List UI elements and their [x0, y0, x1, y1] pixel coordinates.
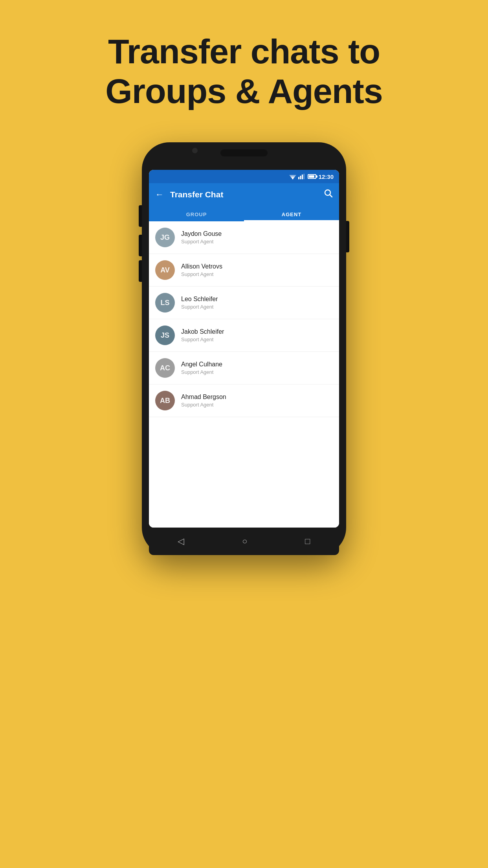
agent-avatar-5: AC	[155, 358, 175, 378]
phone-screen: 12:30 ← Transfer Chat GROUP AGENT	[149, 170, 339, 528]
svg-rect-6	[302, 175, 303, 179]
agent-name-6: Ahmad Bergson	[181, 394, 333, 401]
agent-item-5[interactable]: AC Angel Culhane Support Agent	[149, 352, 339, 384]
agent-info-2: Allison Vetrovs Support Agent	[181, 263, 333, 277]
avatar-initials-6: AB	[155, 391, 175, 410]
page-headline: Transfer chats to Groups & Agents	[74, 31, 414, 111]
phone-mockup: 12:30 ← Transfer Chat GROUP AGENT	[142, 142, 346, 555]
wifi-icon	[289, 174, 296, 179]
agent-avatar-2: AV	[155, 260, 175, 280]
signal-icon	[298, 174, 305, 179]
agent-info-3: Leo Schleifer Support Agent	[181, 296, 333, 310]
svg-rect-7	[303, 174, 305, 179]
svg-rect-4	[298, 177, 299, 179]
headline-line2: Groups & Agents	[105, 72, 382, 110]
agent-name-4: Jakob Schleifer	[181, 328, 333, 335]
phone-shell: 12:30 ← Transfer Chat GROUP AGENT	[142, 142, 346, 555]
avatar-initials-1: JG	[155, 228, 175, 247]
nav-recent-icon[interactable]: □	[305, 536, 310, 546]
tabs-bar: GROUP AGENT	[149, 206, 339, 221]
agent-item-6[interactable]: AB Ahmad Bergson Support Agent	[149, 384, 339, 417]
svg-rect-5	[300, 176, 301, 179]
agent-info-6: Ahmad Bergson Support Agent	[181, 394, 333, 408]
status-time: 12:30	[319, 173, 334, 180]
phone-camera	[192, 148, 198, 153]
agent-role-2: Support Agent	[181, 271, 333, 277]
tab-group[interactable]: GROUP	[149, 206, 244, 221]
agent-item-4[interactable]: JS Jakob Schleifer Support Agent	[149, 319, 339, 352]
agent-role-3: Support Agent	[181, 304, 333, 310]
avatar-initials-2: AV	[155, 260, 175, 280]
status-bar: 12:30	[149, 170, 339, 183]
agent-info-5: Angel Culhane Support Agent	[181, 361, 333, 375]
agent-avatar-3: LS	[155, 293, 175, 313]
search-button[interactable]	[324, 189, 333, 200]
agent-avatar-6: AB	[155, 391, 175, 410]
agent-name-1: Jaydon Gouse	[181, 230, 333, 237]
agent-role-5: Support Agent	[181, 369, 333, 375]
battery-icon	[308, 174, 316, 179]
agent-info-1: Jaydon Gouse Support Agent	[181, 230, 333, 245]
agent-item-2[interactable]: AV Allison Vetrovs Support Agent	[149, 254, 339, 287]
agent-item-3[interactable]: LS Leo Schleifer Support Agent	[149, 287, 339, 319]
agent-avatar-1: JG	[155, 228, 175, 247]
agent-list: JG Jaydon Gouse Support Agent AV Allison…	[149, 221, 339, 528]
nav-back-icon[interactable]: ◁	[178, 536, 184, 546]
agent-role-1: Support Agent	[181, 239, 333, 245]
svg-line-9	[330, 195, 332, 197]
search-icon	[324, 189, 333, 198]
agent-info-4: Jakob Schleifer Support Agent	[181, 328, 333, 342]
app-bar-title: Transfer Chat	[170, 190, 324, 199]
headline-line1: Transfer chats to	[108, 32, 380, 71]
phone-nav-bar: ◁ ○ □	[149, 528, 339, 555]
avatar-initials-4: JS	[155, 326, 175, 345]
agent-name-3: Leo Schleifer	[181, 296, 333, 303]
avatar-initials-5: AC	[155, 358, 175, 378]
back-button[interactable]: ←	[155, 189, 164, 200]
tab-agent[interactable]: AGENT	[244, 206, 339, 221]
nav-home-icon[interactable]: ○	[242, 536, 247, 546]
agent-name-2: Allison Vetrovs	[181, 263, 333, 270]
status-icons	[289, 174, 316, 179]
agent-role-6: Support Agent	[181, 402, 333, 408]
agent-role-4: Support Agent	[181, 337, 333, 342]
agent-avatar-4: JS	[155, 326, 175, 345]
avatar-initials-3: LS	[155, 293, 175, 313]
phone-speaker	[220, 149, 268, 156]
app-bar: ← Transfer Chat	[149, 183, 339, 206]
agent-name-5: Angel Culhane	[181, 361, 333, 368]
agent-item-1[interactable]: JG Jaydon Gouse Support Agent	[149, 221, 339, 254]
